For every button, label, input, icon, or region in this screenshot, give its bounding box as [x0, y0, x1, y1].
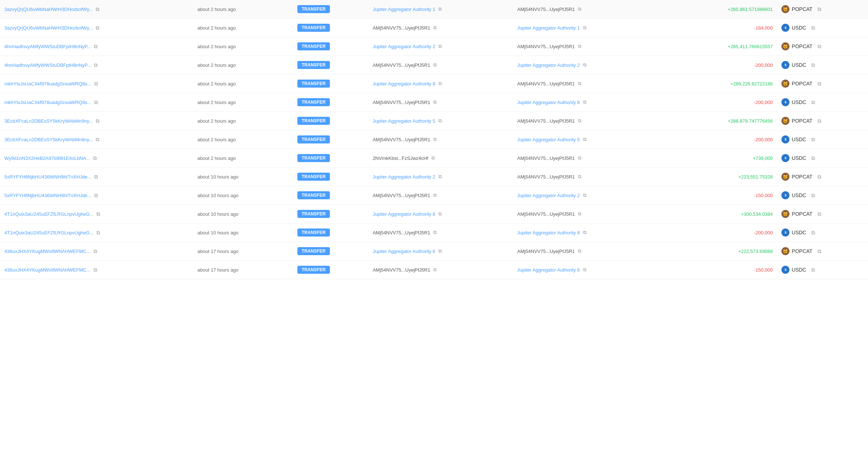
- copy-from-icon[interactable]: ⧉: [437, 80, 443, 87]
- to-address-link[interactable]: Jupiter Aggregator Authority 2: [517, 62, 580, 68]
- copy-to-icon[interactable]: ⧉: [576, 173, 583, 180]
- copy-from-icon[interactable]: ⧉: [432, 24, 438, 31]
- copy-token-icon[interactable]: ⧉: [810, 229, 816, 236]
- tx-hash-link[interactable]: 5xRYFYHfiNjbHU436WNH9htTnXHJde...: [4, 174, 91, 180]
- transfer-badge[interactable]: TRANSFER: [297, 98, 330, 106]
- transfer-badge[interactable]: TRANSFER: [297, 173, 330, 181]
- copy-to-icon[interactable]: ⧉: [576, 118, 583, 124]
- transfer-badge[interactable]: TRANSFER: [297, 24, 330, 32]
- copy-from-icon[interactable]: ⧉: [437, 211, 443, 217]
- copy-to-icon[interactable]: ⧉: [581, 192, 588, 199]
- transfer-badge[interactable]: TRANSFER: [297, 247, 330, 255]
- copy-to-icon[interactable]: ⧉: [576, 211, 583, 217]
- transfer-badge[interactable]: TRANSFER: [297, 135, 330, 143]
- tx-hash-link[interactable]: 5xRYFYHfiNjbHU436WNH9htTnXHJde...: [4, 193, 91, 198]
- tx-hash-link[interactable]: Wy9d1nN3X2HeB2A97b99t1E4oLbNA...: [4, 156, 90, 161]
- from-address-link[interactable]: Jupiter Aggregator Authority 8: [373, 81, 435, 87]
- tx-hash-link[interactable]: 3azvyQrjQU6uWbNaHWrH3DHozkofWy...: [4, 7, 93, 12]
- from-address-link[interactable]: Jupiter Aggregator Authority 6: [373, 249, 435, 254]
- tx-hash-link[interactable]: 4T1nQuix3aU245uEFZfLRGLnpvUgheG...: [4, 211, 94, 217]
- copy-to-icon[interactable]: ⧉: [581, 229, 588, 236]
- copy-from-icon[interactable]: ⧉: [437, 248, 443, 254]
- copy-hash-icon[interactable]: ⧉: [92, 155, 98, 161]
- tx-hash-link[interactable]: 3EcbXFcaLn2DBEsSY5kKryWAbMn9ny...: [4, 137, 93, 142]
- tx-hash-link[interactable]: 4T1nQuix3aU245uEFZfLRGLnpvUgheG...: [4, 230, 94, 235]
- transfer-badge[interactable]: TRANSFER: [297, 80, 330, 88]
- transfer-badge[interactable]: TRANSFER: [297, 61, 330, 69]
- transfer-badge[interactable]: TRANSFER: [297, 229, 330, 237]
- copy-token-icon[interactable]: ⧉: [816, 211, 823, 217]
- transfer-badge[interactable]: TRANSFER: [297, 191, 330, 199]
- copy-to-icon[interactable]: ⧉: [581, 62, 588, 68]
- copy-token-icon[interactable]: ⧉: [810, 155, 816, 161]
- copy-hash-icon[interactable]: ⧉: [95, 229, 102, 236]
- tx-hash-link[interactable]: mkhYtxJsUaCXkf978uadgSnxaWRQ8s...: [4, 100, 91, 105]
- copy-to-icon[interactable]: ⧉: [581, 24, 588, 31]
- copy-token-icon[interactable]: ⧉: [810, 192, 816, 199]
- copy-from-icon[interactable]: ⧉: [432, 192, 438, 199]
- copy-from-icon[interactable]: ⧉: [437, 6, 443, 12]
- to-address-link[interactable]: Jupiter Aggregator Authority 2: [517, 193, 580, 198]
- copy-from-icon[interactable]: ⧉: [432, 99, 438, 105]
- copy-hash-icon[interactable]: ⧉: [93, 99, 99, 105]
- copy-to-icon[interactable]: ⧉: [581, 136, 588, 143]
- tx-hash-link[interactable]: 4hnHadfnvyAMfyWWStuDBFptH8nNyP...: [4, 62, 91, 68]
- from-address-link[interactable]: Jupiter Aggregator Authority 1: [373, 7, 435, 12]
- copy-from-icon[interactable]: ⧉: [432, 266, 438, 273]
- copy-to-icon[interactable]: ⧉: [576, 43, 583, 50]
- copy-to-icon[interactable]: ⧉: [581, 99, 588, 105]
- transfer-badge[interactable]: TRANSFER: [297, 154, 330, 162]
- transfer-badge[interactable]: TRANSFER: [297, 117, 330, 125]
- transfer-badge[interactable]: TRANSFER: [297, 42, 330, 50]
- copy-hash-icon[interactable]: ⧉: [92, 248, 99, 254]
- from-address-link[interactable]: Jupiter Aggregator Authority 5: [373, 118, 435, 124]
- copy-hash-icon[interactable]: ⧉: [94, 118, 101, 124]
- copy-token-icon[interactable]: ⧉: [816, 80, 823, 87]
- tx-hash-link[interactable]: mkhYtxJsUaCXkf978uadgSnxaWRQ8s...: [4, 81, 91, 87]
- copy-from-icon[interactable]: ⧉: [437, 173, 443, 180]
- copy-token-icon[interactable]: ⧉: [816, 118, 823, 124]
- copy-token-icon[interactable]: ⧉: [810, 136, 816, 143]
- copy-hash-icon[interactable]: ⧉: [92, 266, 99, 273]
- copy-from-icon[interactable]: ⧉: [432, 229, 438, 236]
- copy-to-icon[interactable]: ⧉: [576, 155, 583, 161]
- copy-hash-icon[interactable]: ⧉: [92, 43, 99, 50]
- copy-hash-icon[interactable]: ⧉: [94, 6, 101, 12]
- copy-token-icon[interactable]: ⧉: [816, 6, 823, 12]
- copy-to-icon[interactable]: ⧉: [576, 248, 583, 254]
- transfer-badge[interactable]: TRANSFER: [297, 266, 330, 274]
- from-address-link[interactable]: Jupiter Aggregator Authority 2: [373, 174, 435, 180]
- copy-token-icon[interactable]: ⧉: [810, 266, 816, 273]
- copy-from-icon[interactable]: ⧉: [437, 118, 443, 124]
- from-address-link[interactable]: Jupiter Aggregator Authority 2: [373, 44, 435, 49]
- copy-to-icon[interactable]: ⧉: [581, 266, 588, 273]
- copy-token-icon[interactable]: ⧉: [816, 43, 823, 50]
- copy-to-icon[interactable]: ⧉: [576, 6, 583, 12]
- transfer-badge[interactable]: TRANSFER: [297, 5, 330, 13]
- to-address-link[interactable]: Jupiter Aggregator Authority 6: [517, 267, 580, 273]
- copy-from-icon[interactable]: ⧉: [432, 62, 438, 68]
- tx-hash-link[interactable]: 3azvyQrjQU6uWbNaHWrH3DHozkofWy...: [4, 25, 93, 31]
- copy-hash-icon[interactable]: ⧉: [94, 136, 101, 143]
- from-address-link[interactable]: Jupiter Aggregator Authority 8: [373, 211, 435, 217]
- copy-hash-icon[interactable]: ⧉: [95, 211, 102, 217]
- copy-token-icon[interactable]: ⧉: [816, 173, 823, 180]
- transfer-badge[interactable]: TRANSFER: [297, 210, 330, 218]
- copy-token-icon[interactable]: ⧉: [810, 62, 816, 68]
- copy-to-icon[interactable]: ⧉: [576, 80, 583, 87]
- copy-hash-icon[interactable]: ⧉: [93, 173, 99, 180]
- tx-hash-link[interactable]: 4hnHadfnvyAMfyWWStuDBFptH8nNyP...: [4, 44, 91, 49]
- copy-from-icon[interactable]: ⧉: [430, 155, 436, 161]
- copy-from-icon[interactable]: ⧉: [437, 43, 443, 50]
- tx-hash-link[interactable]: 436uxJHX4YKugMWx9WNAHWEFMC...: [4, 267, 91, 273]
- copy-hash-icon[interactable]: ⧉: [94, 24, 101, 31]
- tx-hash-link[interactable]: 3EcbXFcaLn2DBEsSY5kKryWAbMn9ny...: [4, 118, 93, 124]
- to-address-link[interactable]: Jupiter Aggregator Authority 5: [517, 137, 580, 142]
- tx-hash-link[interactable]: 436uxJHX4YKugMWx9WNAHWEFMC...: [4, 249, 91, 254]
- copy-from-icon[interactable]: ⧉: [432, 136, 438, 143]
- to-address-link[interactable]: Jupiter Aggregator Authority 1: [517, 25, 580, 31]
- copy-token-icon[interactable]: ⧉: [810, 24, 816, 31]
- copy-hash-icon[interactable]: ⧉: [92, 62, 99, 68]
- to-address-link[interactable]: Jupiter Aggregator Authority 8: [517, 230, 580, 235]
- copy-hash-icon[interactable]: ⧉: [93, 80, 99, 87]
